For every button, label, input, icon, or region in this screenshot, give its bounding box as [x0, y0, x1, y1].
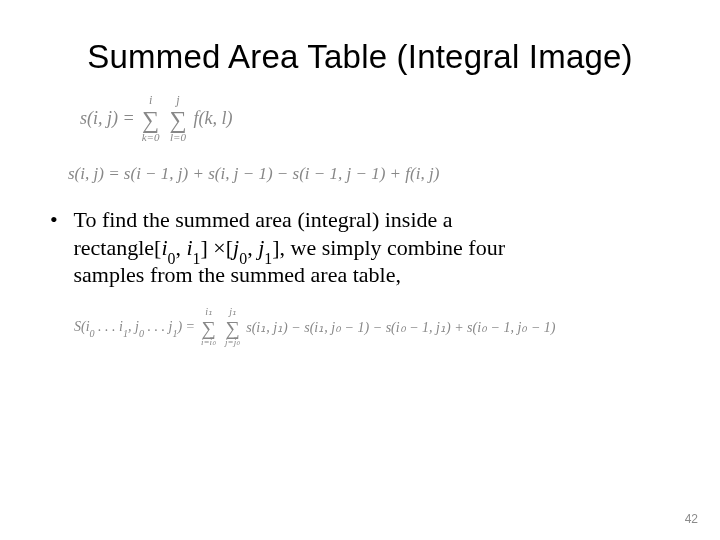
eq1-sum2-upper: j	[176, 94, 179, 108]
eq3-sum1-upper: i₁	[205, 307, 212, 318]
sigma-icon: j₁ ∑ j=j₀	[225, 307, 240, 348]
eq1-lhs: s(i, j) =	[80, 109, 135, 129]
eq3-lhs: S(i0 . . . i1, j0 . . . j1) =	[74, 319, 195, 335]
sigma-icon: i ∑ k=0	[142, 94, 160, 144]
page-number: 42	[685, 512, 698, 526]
eq1-sum2-lower: l=0	[170, 132, 186, 144]
eq3-sum2-lower: j=j₀	[225, 338, 240, 348]
eq3-sum1-lower: i=i₀	[201, 338, 216, 348]
sigma-icon: j ∑ l=0	[169, 94, 186, 144]
body-bullet: • To find the summed area (integral) ins…	[50, 206, 670, 289]
eq1-rhs: f(k, l)	[194, 109, 233, 129]
slide: Summed Area Table (Integral Image) s(i, …	[0, 0, 720, 540]
equation-recursive: s(i, j) = s(i − 1, j) + s(i, j − 1) − s(…	[68, 164, 670, 184]
eq1-sum1-lower: k=0	[142, 132, 160, 144]
equation-rectangle-sum: S(i0 . . . i1, j0 . . . j1) = i₁ ∑ i=i₀ …	[74, 307, 670, 348]
equation-summed-area-def: s(i, j) = i ∑ k=0 j ∑ l=0 f(k, l)	[80, 94, 670, 144]
sigma-icon: i₁ ∑ i=i₀	[201, 307, 216, 348]
body-text: To find the summed area (integral) insid…	[74, 206, 664, 289]
eq1-sum1-upper: i	[149, 94, 152, 108]
eq3-sum2-upper: j₁	[229, 307, 236, 318]
eq3-terms: s(i₁, j₁) − s(i₁, j₀ − 1) − s(i₀ − 1, j₁…	[246, 319, 555, 336]
bullet-icon: •	[50, 206, 68, 234]
slide-title: Summed Area Table (Integral Image)	[50, 38, 670, 76]
